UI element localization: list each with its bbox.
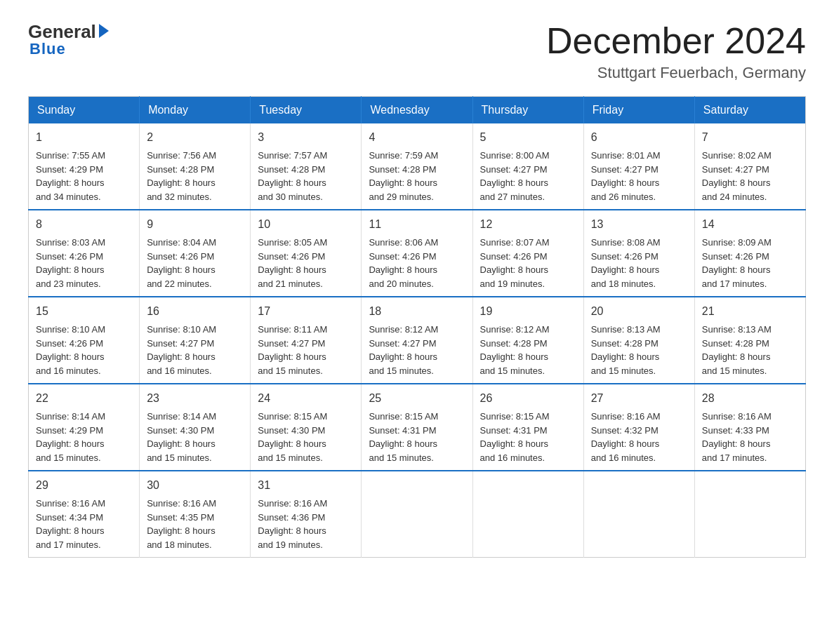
- day-info: Sunrise: 8:04 AMSunset: 4:26 PMDaylight:…: [147, 236, 243, 290]
- day-number: 1: [36, 129, 132, 146]
- day-number: 8: [36, 216, 132, 233]
- day-info: Sunrise: 8:08 AMSunset: 4:26 PMDaylight:…: [591, 236, 687, 290]
- day-info: Sunrise: 8:16 AMSunset: 4:35 PMDaylight:…: [147, 497, 243, 551]
- day-number: 24: [258, 390, 354, 407]
- day-number: 19: [480, 303, 576, 320]
- day-number: 21: [702, 303, 798, 320]
- calendar-cell: 8Sunrise: 8:03 AMSunset: 4:26 PMDaylight…: [29, 210, 140, 297]
- day-info: Sunrise: 7:59 AMSunset: 4:28 PMDaylight:…: [369, 149, 465, 203]
- day-number: 5: [480, 129, 576, 146]
- calendar-week-2: 8Sunrise: 8:03 AMSunset: 4:26 PMDaylight…: [29, 210, 806, 297]
- calendar-cell: 28Sunrise: 8:16 AMSunset: 4:33 PMDayligh…: [694, 384, 805, 471]
- day-info: Sunrise: 8:14 AMSunset: 4:30 PMDaylight:…: [147, 410, 243, 464]
- page-header: General Blue December 2024 Stuttgart Feu…: [28, 21, 806, 82]
- calendar-cell: 7Sunrise: 8:02 AMSunset: 4:27 PMDaylight…: [694, 123, 805, 210]
- calendar-cell: 17Sunrise: 8:11 AMSunset: 4:27 PMDayligh…: [251, 297, 362, 384]
- day-info: Sunrise: 8:15 AMSunset: 4:31 PMDaylight:…: [480, 410, 576, 464]
- day-info: Sunrise: 7:55 AMSunset: 4:29 PMDaylight:…: [36, 149, 132, 203]
- day-info: Sunrise: 8:15 AMSunset: 4:31 PMDaylight:…: [369, 410, 465, 464]
- day-info: Sunrise: 7:56 AMSunset: 4:28 PMDaylight:…: [147, 149, 243, 203]
- calendar-cell: 11Sunrise: 8:06 AMSunset: 4:26 PMDayligh…: [362, 210, 472, 297]
- calendar-header-tuesday: Tuesday: [251, 97, 362, 124]
- day-number: 17: [258, 303, 354, 320]
- calendar-week-4: 22Sunrise: 8:14 AMSunset: 4:29 PMDayligh…: [29, 384, 806, 471]
- day-info: Sunrise: 8:11 AMSunset: 4:27 PMDaylight:…: [258, 323, 354, 377]
- calendar-cell: 31Sunrise: 8:16 AMSunset: 4:36 PMDayligh…: [251, 471, 362, 558]
- calendar-cell: 12Sunrise: 8:07 AMSunset: 4:26 PMDayligh…: [472, 210, 583, 297]
- calendar-cell: 19Sunrise: 8:12 AMSunset: 4:28 PMDayligh…: [472, 297, 583, 384]
- calendar-header-friday: Friday: [583, 97, 694, 124]
- day-number: 15: [36, 303, 132, 320]
- day-number: 29: [36, 477, 132, 494]
- calendar-cell: 24Sunrise: 8:15 AMSunset: 4:30 PMDayligh…: [251, 384, 362, 471]
- day-info: Sunrise: 8:09 AMSunset: 4:26 PMDaylight:…: [702, 236, 798, 290]
- day-info: Sunrise: 8:01 AMSunset: 4:27 PMDaylight:…: [591, 149, 687, 203]
- calendar-table: SundayMondayTuesdayWednesdayThursdayFrid…: [28, 96, 806, 558]
- day-info: Sunrise: 8:12 AMSunset: 4:28 PMDaylight:…: [480, 323, 576, 377]
- day-number: 16: [147, 303, 243, 320]
- day-info: Sunrise: 8:14 AMSunset: 4:29 PMDaylight:…: [36, 410, 132, 464]
- title-area: December 2024 Stuttgart Feuerbach, Germa…: [546, 21, 806, 82]
- day-info: Sunrise: 8:12 AMSunset: 4:27 PMDaylight:…: [369, 323, 465, 377]
- calendar-cell: [694, 471, 805, 558]
- day-info: Sunrise: 8:15 AMSunset: 4:30 PMDaylight:…: [258, 410, 354, 464]
- calendar-cell: 20Sunrise: 8:13 AMSunset: 4:28 PMDayligh…: [583, 297, 694, 384]
- calendar-header-saturday: Saturday: [694, 97, 805, 124]
- calendar-cell: 1Sunrise: 7:55 AMSunset: 4:29 PMDaylight…: [29, 123, 140, 210]
- calendar-header-wednesday: Wednesday: [362, 97, 472, 124]
- day-number: 10: [258, 216, 354, 233]
- day-info: Sunrise: 8:05 AMSunset: 4:26 PMDaylight:…: [258, 236, 354, 290]
- day-number: 11: [369, 216, 465, 233]
- calendar-cell: 22Sunrise: 8:14 AMSunset: 4:29 PMDayligh…: [29, 384, 140, 471]
- calendar-cell: 13Sunrise: 8:08 AMSunset: 4:26 PMDayligh…: [583, 210, 694, 297]
- calendar-cell: 29Sunrise: 8:16 AMSunset: 4:34 PMDayligh…: [29, 471, 140, 558]
- calendar-cell: 26Sunrise: 8:15 AMSunset: 4:31 PMDayligh…: [472, 384, 583, 471]
- calendar-cell: [472, 471, 583, 558]
- calendar-cell: [583, 471, 694, 558]
- day-number: 31: [258, 477, 354, 494]
- day-number: 27: [591, 390, 687, 407]
- calendar-cell: 6Sunrise: 8:01 AMSunset: 4:27 PMDaylight…: [583, 123, 694, 210]
- calendar-cell: 27Sunrise: 8:16 AMSunset: 4:32 PMDayligh…: [583, 384, 694, 471]
- calendar-header-thursday: Thursday: [472, 97, 583, 124]
- logo-triangle-icon: [99, 24, 109, 38]
- calendar-week-5: 29Sunrise: 8:16 AMSunset: 4:34 PMDayligh…: [29, 471, 806, 558]
- calendar-cell: 16Sunrise: 8:10 AMSunset: 4:27 PMDayligh…: [140, 297, 251, 384]
- day-info: Sunrise: 8:00 AMSunset: 4:27 PMDaylight:…: [480, 149, 576, 203]
- day-number: 22: [36, 390, 132, 407]
- day-number: 20: [591, 303, 687, 320]
- day-info: Sunrise: 8:10 AMSunset: 4:27 PMDaylight:…: [147, 323, 243, 377]
- day-number: 26: [480, 390, 576, 407]
- day-info: Sunrise: 8:06 AMSunset: 4:26 PMDaylight:…: [369, 236, 465, 290]
- day-number: 9: [147, 216, 243, 233]
- location-title: Stuttgart Feuerbach, Germany: [546, 64, 806, 82]
- day-info: Sunrise: 8:13 AMSunset: 4:28 PMDaylight:…: [702, 323, 798, 377]
- day-number: 14: [702, 216, 798, 233]
- day-info: Sunrise: 8:16 AMSunset: 4:32 PMDaylight:…: [591, 410, 687, 464]
- calendar-cell: 14Sunrise: 8:09 AMSunset: 4:26 PMDayligh…: [694, 210, 805, 297]
- calendar-cell: 15Sunrise: 8:10 AMSunset: 4:26 PMDayligh…: [29, 297, 140, 384]
- day-number: 28: [702, 390, 798, 407]
- day-number: 3: [258, 129, 354, 146]
- calendar-cell: 21Sunrise: 8:13 AMSunset: 4:28 PMDayligh…: [694, 297, 805, 384]
- day-info: Sunrise: 8:10 AMSunset: 4:26 PMDaylight:…: [36, 323, 132, 377]
- day-info: Sunrise: 8:16 AMSunset: 4:36 PMDaylight:…: [258, 497, 354, 551]
- calendar-cell: 3Sunrise: 7:57 AMSunset: 4:28 PMDaylight…: [251, 123, 362, 210]
- day-info: Sunrise: 8:16 AMSunset: 4:33 PMDaylight:…: [702, 410, 798, 464]
- day-info: Sunrise: 8:02 AMSunset: 4:27 PMDaylight:…: [702, 149, 798, 203]
- day-info: Sunrise: 7:57 AMSunset: 4:28 PMDaylight:…: [258, 149, 354, 203]
- day-info: Sunrise: 8:16 AMSunset: 4:34 PMDaylight:…: [36, 497, 132, 551]
- calendar-cell: 4Sunrise: 7:59 AMSunset: 4:28 PMDaylight…: [362, 123, 472, 210]
- calendar-header-row: SundayMondayTuesdayWednesdayThursdayFrid…: [29, 97, 806, 124]
- day-info: Sunrise: 8:03 AMSunset: 4:26 PMDaylight:…: [36, 236, 132, 290]
- calendar-week-1: 1Sunrise: 7:55 AMSunset: 4:29 PMDaylight…: [29, 123, 806, 210]
- calendar-cell: 10Sunrise: 8:05 AMSunset: 4:26 PMDayligh…: [251, 210, 362, 297]
- calendar-cell: 2Sunrise: 7:56 AMSunset: 4:28 PMDaylight…: [140, 123, 251, 210]
- calendar-cell: 23Sunrise: 8:14 AMSunset: 4:30 PMDayligh…: [140, 384, 251, 471]
- day-number: 18: [369, 303, 465, 320]
- calendar-cell: 9Sunrise: 8:04 AMSunset: 4:26 PMDaylight…: [140, 210, 251, 297]
- day-number: 2: [147, 129, 243, 146]
- day-number: 7: [702, 129, 798, 146]
- month-title: December 2024: [546, 21, 806, 61]
- day-number: 4: [369, 129, 465, 146]
